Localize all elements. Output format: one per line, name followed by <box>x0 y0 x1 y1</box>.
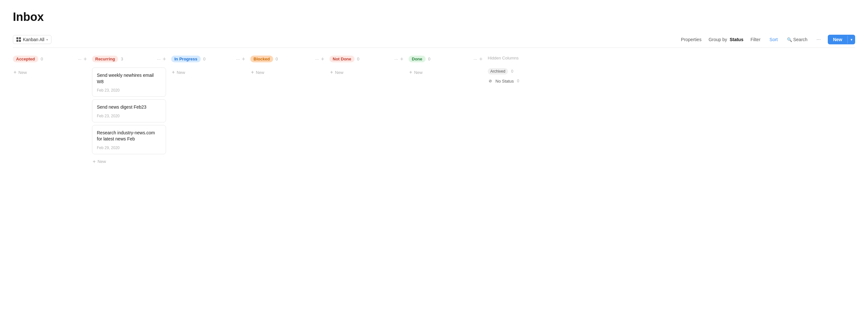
hidden-columns-title: Hidden Columns <box>488 54 539 62</box>
kanban-view-button[interactable]: Kanban All ▾ <box>13 35 52 44</box>
column-badge-inprogress: In Progress <box>171 56 201 62</box>
task-date: Feb 29, 2020 <box>97 145 161 150</box>
plus-icon: + <box>13 69 17 75</box>
column-menu-recurring[interactable]: ··· <box>157 57 161 62</box>
page-title: Inbox <box>13 10 855 24</box>
plus-icon: + <box>172 69 175 75</box>
column-add-button-done[interactable]: + <box>479 56 483 62</box>
sort-button[interactable]: Sort <box>768 36 780 43</box>
column-menu-blocked[interactable]: ··· <box>315 57 319 62</box>
new-row-label: New <box>97 159 106 164</box>
column-recurring: Recurring3···+Send weekly newhires email… <box>92 54 166 166</box>
toolbar: Kanban All ▾ Properties Group by Status … <box>13 32 855 48</box>
task-card[interactable]: Send news digest Feb23Feb 23, 2020 <box>92 99 166 123</box>
column-menu-done[interactable]: ··· <box>473 57 477 62</box>
add-new-row-notdone[interactable]: +New <box>330 67 403 77</box>
column-badge-blocked: Blocked <box>250 56 273 62</box>
new-button[interactable]: New ▾ <box>828 35 855 44</box>
hidden-col-count: 0 <box>511 69 514 74</box>
plus-icon: + <box>251 69 254 75</box>
column-count-accepted: 0 <box>41 57 43 61</box>
search-button[interactable]: 🔍 Search <box>785 36 809 43</box>
new-row-label: New <box>335 70 343 75</box>
column-header-done: Done0···+ <box>409 54 483 64</box>
hidden-col-count: 0 <box>517 79 519 83</box>
group-by-label: Group by Status <box>708 37 743 42</box>
kanban-label: Kanban All <box>23 37 44 42</box>
column-count-recurring: 3 <box>121 57 123 61</box>
new-row-label: New <box>256 70 264 75</box>
column-add-button-accepted[interactable]: + <box>83 56 87 62</box>
column-badge-notdone: Not Done <box>330 56 354 62</box>
kanban-icon <box>17 37 21 42</box>
more-options-button[interactable]: ··· <box>815 36 823 43</box>
column-badge-recurring: Recurring <box>92 56 118 62</box>
column-menu-accepted[interactable]: ··· <box>78 57 82 62</box>
column-count-done: 0 <box>428 57 430 61</box>
group-by-value: Status <box>730 37 743 42</box>
new-button-chevron-icon[interactable]: ▾ <box>847 36 855 44</box>
add-new-row-done[interactable]: +New <box>409 67 483 77</box>
task-title: Research industry-news.com for latest ne… <box>97 130 161 142</box>
properties-button[interactable]: Properties <box>679 36 704 43</box>
column-badge-done: Done <box>409 56 426 62</box>
column-done: Done0···++New <box>409 54 483 77</box>
column-notdone: Not Done0···++New <box>330 54 403 77</box>
new-button-label: New <box>828 35 847 44</box>
column-header-notdone: Not Done0···+ <box>330 54 403 64</box>
new-row-label: New <box>414 70 423 75</box>
column-blocked: Blocked0···++New <box>250 54 324 77</box>
kanban-board: Accepted0···++NewRecurring3···+Send week… <box>13 54 855 166</box>
column-header-inprogress: In Progress0···+ <box>171 54 245 64</box>
hidden-columns-section: Hidden ColumnsArchived0⊘No Status0 <box>488 54 539 86</box>
column-badge-accepted: Accepted <box>13 56 38 62</box>
plus-icon: + <box>93 159 96 165</box>
task-title: Send weekly newhires email W8 <box>97 72 161 85</box>
column-count-blocked: 0 <box>276 57 278 61</box>
search-icon: 🔍 <box>787 37 792 42</box>
new-row-label: New <box>18 70 27 75</box>
task-card[interactable]: Send weekly newhires email W8Feb 23, 202… <box>92 67 166 97</box>
column-add-button-inprogress[interactable]: + <box>242 56 245 62</box>
no-status-icon: ⊘ <box>488 78 493 84</box>
column-menu-notdone[interactable]: ··· <box>395 57 398 62</box>
column-add-button-blocked[interactable]: + <box>321 56 324 62</box>
column-add-button-notdone[interactable]: + <box>400 56 403 62</box>
plus-icon: + <box>409 69 412 75</box>
column-header-blocked: Blocked0···+ <box>250 54 324 64</box>
column-accepted: Accepted0···++New <box>13 54 87 77</box>
column-inprogress: In Progress0···++New <box>171 54 245 77</box>
task-date: Feb 23, 2020 <box>97 88 161 93</box>
column-count-notdone: 0 <box>357 57 359 61</box>
new-row-label: New <box>177 70 185 75</box>
column-header-accepted: Accepted0···+ <box>13 54 87 64</box>
hidden-col-item[interactable]: Archived0 <box>488 66 539 76</box>
toolbar-right: Properties Group by Status Filter Sort 🔍… <box>679 35 855 44</box>
add-new-row-accepted[interactable]: +New <box>13 67 87 77</box>
column-add-button-recurring[interactable]: + <box>162 56 166 62</box>
toolbar-left: Kanban All ▾ <box>13 35 52 44</box>
column-count-inprogress: 0 <box>203 57 206 61</box>
hidden-col-badge: Archived <box>488 68 508 74</box>
task-card[interactable]: Research industry-news.com for latest ne… <box>92 125 166 154</box>
plus-icon: + <box>330 69 333 75</box>
chevron-down-icon: ▾ <box>46 38 48 41</box>
hidden-col-badge: No Status <box>495 79 514 84</box>
filter-button[interactable]: Filter <box>749 36 763 43</box>
add-new-row-inprogress[interactable]: +New <box>171 67 245 77</box>
task-date: Feb 23, 2020 <box>97 114 161 118</box>
column-menu-inprogress[interactable]: ··· <box>236 57 240 62</box>
add-new-row-recurring[interactable]: +New <box>92 157 166 166</box>
task-title: Send news digest Feb23 <box>97 104 161 110</box>
add-new-row-blocked[interactable]: +New <box>250 67 324 77</box>
column-header-recurring: Recurring3···+ <box>92 54 166 64</box>
hidden-col-item[interactable]: ⊘No Status0 <box>488 76 539 86</box>
